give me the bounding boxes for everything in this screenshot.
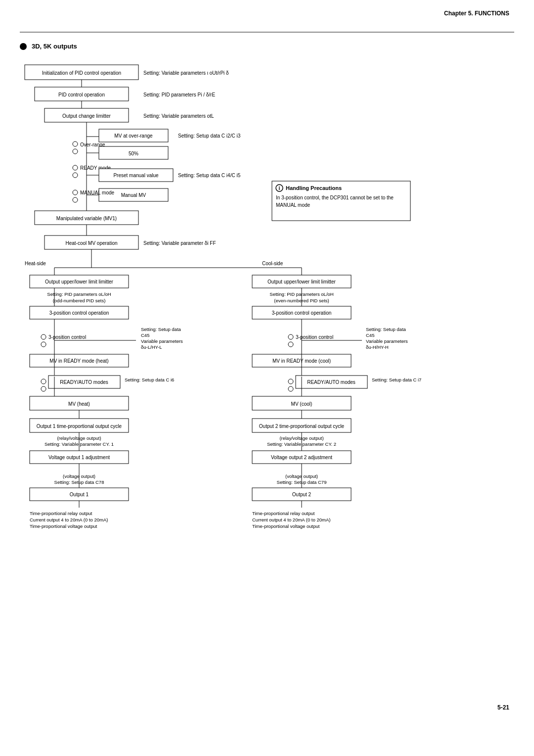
svg-text:3-position control operation: 3-position control operation bbox=[49, 310, 109, 316]
svg-point-99 bbox=[41, 386, 46, 391]
svg-point-98 bbox=[41, 379, 46, 384]
svg-text:Output 2 time-proportional out: Output 2 time-proportional output cycle bbox=[259, 424, 345, 429]
svg-text:Current output 4 to 20mA (0 to: Current output 4 to 20mA (0 to 20mA) bbox=[30, 517, 108, 522]
svg-text:i: i bbox=[279, 186, 280, 191]
page-header: Chapter 5. FUNCTIONS bbox=[20, 10, 514, 17]
svg-text:Setting: Setup data C i4/C i5: Setting: Setup data C i4/C i5 bbox=[178, 173, 241, 178]
svg-text:3-position control operation: 3-position control operation bbox=[272, 310, 332, 316]
svg-text:C45: C45 bbox=[366, 332, 374, 338]
svg-text:MV (cool): MV (cool) bbox=[291, 401, 312, 407]
svg-text:50%: 50% bbox=[129, 151, 138, 156]
svg-text:Time-proportional relay output: Time-proportional relay output bbox=[252, 511, 315, 516]
svg-text:3-position control: 3-position control bbox=[296, 334, 333, 340]
svg-point-104 bbox=[288, 379, 293, 384]
svg-text:Output 1 time-proportional out: Output 1 time-proportional output cycle bbox=[37, 424, 122, 429]
svg-text:MANUAL mode: MANUAL mode bbox=[80, 190, 115, 195]
svg-text:Current output 4 to 20mA (0 to: Current output 4 to 20mA (0 to 20mA) bbox=[252, 517, 330, 522]
diagram-svg: Initialization of PID control operation … bbox=[20, 60, 494, 693]
page-number: 5-21 bbox=[20, 704, 514, 711]
svg-text:Voltage output 1 adjustment: Voltage output 1 adjustment bbox=[48, 455, 110, 460]
svg-text:Output 1: Output 1 bbox=[70, 492, 89, 497]
section-label: 3D, 5K outputs bbox=[32, 43, 77, 50]
svg-text:Time-proportional voltage outp: Time-proportional voltage output bbox=[252, 523, 320, 529]
svg-text:C45: C45 bbox=[141, 332, 149, 338]
svg-text:MV at over-range: MV at over-range bbox=[114, 133, 153, 139]
svg-point-14 bbox=[73, 142, 78, 146]
svg-point-41 bbox=[73, 197, 78, 202]
svg-text:Output upper/lower limit limit: Output upper/lower limit limitter bbox=[45, 279, 113, 284]
svg-point-23 bbox=[73, 173, 78, 178]
svg-text:Time-proportional voltage outp: Time-proportional voltage output bbox=[30, 523, 97, 529]
svg-point-84 bbox=[288, 342, 293, 347]
svg-text:Heat-side: Heat-side bbox=[25, 261, 46, 266]
svg-text:Preset manual value: Preset manual value bbox=[113, 173, 159, 178]
svg-text:READY/AUTO modes: READY/AUTO modes bbox=[60, 379, 108, 385]
svg-text:Setting: Setup data C i7: Setting: Setup data C i7 bbox=[372, 377, 421, 382]
svg-text:Output upper/lower limit limit: Output upper/lower limit limitter bbox=[267, 279, 336, 284]
svg-text:Variable parameters: Variable parameters bbox=[366, 338, 408, 344]
svg-text:In 3-position control, the DCP: In 3-position control, the DCP301 cannot… bbox=[276, 195, 394, 200]
svg-text:Setting: Variable parameter δi: Setting: Variable parameter δi FF bbox=[143, 240, 216, 246]
svg-text:Setting: Setup data: Setting: Setup data bbox=[366, 327, 406, 332]
svg-text:δu-H/HY-H: δu-H/HY-H bbox=[366, 344, 389, 350]
svg-text:Setting: Variable parameters ι: Setting: Variable parameters ι oUt/rPi δ bbox=[143, 70, 229, 76]
svg-point-22 bbox=[73, 165, 78, 170]
svg-point-74 bbox=[41, 334, 46, 339]
svg-text:Heat-cool MV operation: Heat-cool MV operation bbox=[65, 240, 117, 246]
svg-text:MV in READY mode (heat): MV in READY mode (heat) bbox=[49, 358, 108, 364]
svg-text:Manual MV: Manual MV bbox=[121, 192, 146, 198]
svg-text:MANUAL mode: MANUAL mode bbox=[276, 202, 311, 208]
svg-text:READY/AUTO modes: READY/AUTO modes bbox=[307, 379, 356, 385]
svg-text:3-position control: 3-position control bbox=[48, 334, 86, 340]
svg-text:(odd-numbered PID sets): (odd-numbered PID sets) bbox=[53, 298, 106, 303]
svg-text:Manipulated variable (MV1): Manipulated variable (MV1) bbox=[56, 216, 117, 221]
svg-text:MV (heat): MV (heat) bbox=[68, 401, 90, 407]
svg-point-40 bbox=[73, 190, 78, 195]
svg-text:Cool-side: Cool-side bbox=[262, 261, 283, 266]
svg-text:Handling Precautions: Handling Precautions bbox=[286, 185, 342, 191]
svg-text:Setting: Setup data: Setting: Setup data bbox=[141, 327, 181, 332]
svg-text:Initialization of PID control : Initialization of PID control operation bbox=[42, 70, 121, 76]
svg-text:Variable parameters: Variable parameters bbox=[141, 338, 183, 344]
svg-text:PID control operation: PID control operation bbox=[58, 92, 105, 97]
svg-point-75 bbox=[41, 342, 46, 347]
svg-text:Time-proportional relay output: Time-proportional relay output bbox=[30, 511, 92, 516]
svg-text:Setting: PID parameters oL/oH: Setting: PID parameters oL/oH bbox=[47, 291, 111, 297]
svg-point-83 bbox=[288, 334, 293, 339]
top-divider bbox=[20, 32, 514, 33]
svg-text:δu-L/HY-L: δu-L/HY-L bbox=[141, 344, 162, 350]
svg-point-15 bbox=[73, 149, 78, 154]
svg-text:Setting: Setup data C i2/C i3: Setting: Setup data C i2/C i3 bbox=[178, 133, 241, 139]
svg-text:Setting: Variable parameters o: Setting: Variable parameters otL bbox=[143, 113, 214, 119]
bullet-icon bbox=[20, 43, 27, 50]
svg-text:Setting: PID parameters Pi / δ: Setting: PID parameters Pi / δ/rE bbox=[143, 92, 215, 97]
svg-text:Output 2: Output 2 bbox=[292, 492, 312, 497]
svg-point-105 bbox=[288, 386, 293, 391]
svg-text:Output change limitter: Output change limitter bbox=[62, 113, 111, 119]
chapter-title: Chapter 5. FUNCTIONS bbox=[444, 10, 509, 17]
section-title: 3D, 5K outputs bbox=[20, 43, 514, 50]
svg-text:Voltage output 2 adjustment: Voltage output 2 adjustment bbox=[271, 455, 332, 460]
svg-text:Setting: Setup data C i6: Setting: Setup data C i6 bbox=[125, 377, 174, 382]
